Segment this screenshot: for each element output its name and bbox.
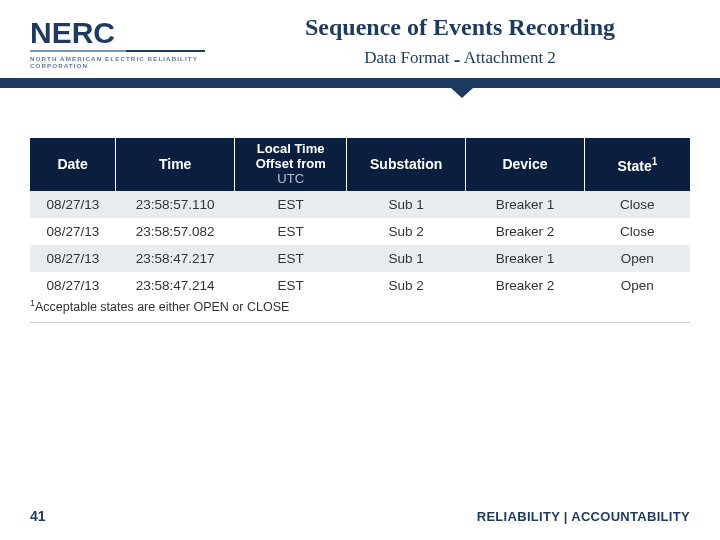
events-table-wrap: Date Time Local Time Offset from UTC Sub… — [30, 138, 690, 299]
page-number: 41 — [30, 508, 46, 524]
footer-b: ACCOUNTABILITY — [571, 509, 690, 524]
slide-subtitle: Data Format - Attachment 2 — [230, 48, 690, 71]
divider-line — [30, 322, 690, 323]
col-offset-line3: UTC — [277, 171, 304, 186]
cell-substation: Sub 2 — [347, 272, 466, 299]
logo-subtext: NORTH AMERICAN ELECTRIC RELIABILITY CORP… — [30, 55, 210, 69]
col-state-sup: 1 — [652, 156, 658, 167]
table-header-row: Date Time Local Time Offset from UTC Sub… — [30, 138, 690, 191]
cell-device: Breaker 1 — [466, 245, 585, 272]
cell-state: Open — [584, 245, 690, 272]
col-offset-line2: Offset from — [256, 156, 326, 171]
cell-date: 08/27/13 — [30, 218, 116, 245]
col-offset: Local Time Offset from UTC — [235, 138, 347, 191]
cell-substation: Sub 1 — [347, 245, 466, 272]
table-body: 08/27/13 23:58:57.110 EST Sub 1 Breaker … — [30, 191, 690, 299]
cell-state: Open — [584, 272, 690, 299]
table-row: 08/27/13 23:58:57.082 EST Sub 2 Breaker … — [30, 218, 690, 245]
events-table: Date Time Local Time Offset from UTC Sub… — [30, 138, 690, 299]
footnote-text: Acceptable states are either OPEN or CLO… — [35, 300, 289, 314]
cell-time: 23:58:57.110 — [116, 191, 235, 218]
cell-state: Close — [584, 191, 690, 218]
nerc-logo: NERC NORTH AMERICAN ELECTRIC RELIABILITY… — [30, 18, 210, 69]
table-header: Date Time Local Time Offset from UTC Sub… — [30, 138, 690, 191]
cell-substation: Sub 2 — [347, 218, 466, 245]
cell-offset: EST — [235, 191, 347, 218]
subtitle-part-b: Attachment 2 — [464, 48, 556, 67]
subtitle-dash: - — [454, 48, 461, 70]
cell-device: Breaker 2 — [466, 272, 585, 299]
col-offset-line1: Local Time — [257, 141, 325, 156]
col-date: Date — [30, 138, 116, 191]
slide-title: Sequence of Events Recording — [230, 14, 690, 41]
table-row: 08/27/13 23:58:47.217 EST Sub 1 Breaker … — [30, 245, 690, 272]
cell-time: 23:58:47.217 — [116, 245, 235, 272]
footer-tagline: RELIABILITY | ACCOUNTABILITY — [477, 509, 690, 524]
cell-offset: EST — [235, 218, 347, 245]
footer-sep: | — [560, 509, 571, 524]
cell-state: Close — [584, 218, 690, 245]
logo-main: NERC — [30, 18, 210, 48]
header-dark-band — [0, 78, 720, 88]
col-time: Time — [116, 138, 235, 191]
cell-substation: Sub 1 — [347, 191, 466, 218]
footnote: 1Acceptable states are either OPEN or CL… — [30, 298, 289, 314]
table-row: 08/27/13 23:58:47.214 EST Sub 2 Breaker … — [30, 272, 690, 299]
cell-date: 08/27/13 — [30, 191, 116, 218]
col-state: State1 — [584, 138, 690, 191]
cell-time: 23:58:47.214 — [116, 272, 235, 299]
cell-date: 08/27/13 — [30, 245, 116, 272]
cell-time: 23:58:57.082 — [116, 218, 235, 245]
col-device: Device — [466, 138, 585, 191]
cell-device: Breaker 1 — [466, 191, 585, 218]
cell-device: Breaker 2 — [466, 218, 585, 245]
table-row: 08/27/13 23:58:57.110 EST Sub 1 Breaker … — [30, 191, 690, 218]
footer-a: RELIABILITY — [477, 509, 560, 524]
col-substation: Substation — [347, 138, 466, 191]
cell-date: 08/27/13 — [30, 272, 116, 299]
col-state-text: State — [618, 157, 652, 173]
cell-offset: EST — [235, 245, 347, 272]
logo-divider — [30, 50, 205, 52]
chevron-down-icon — [440, 78, 484, 98]
subtitle-part-a: Data Format — [364, 48, 449, 67]
cell-offset: EST — [235, 272, 347, 299]
